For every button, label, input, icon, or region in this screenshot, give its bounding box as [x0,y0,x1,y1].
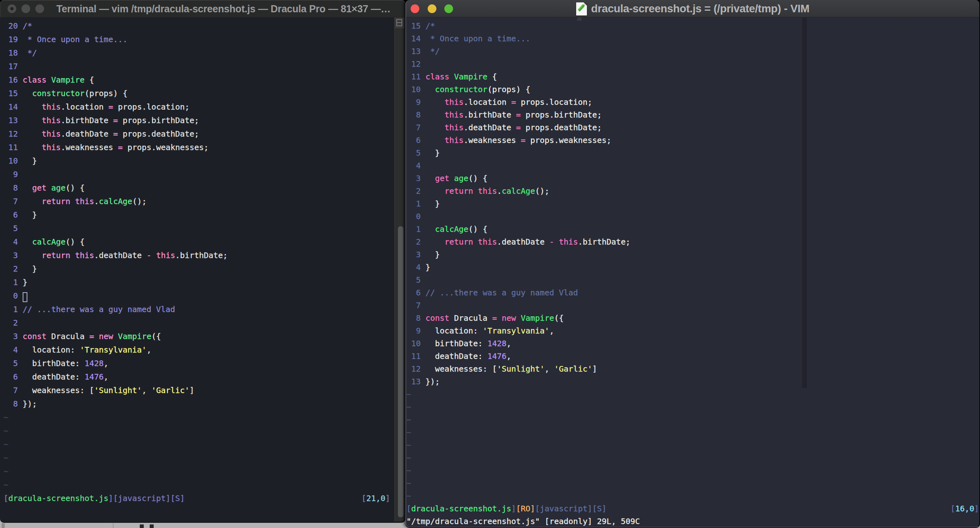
code-line: 4 [406,159,979,172]
vim-empty-line: ~ [406,401,979,413]
vim-cursor [23,292,27,302]
code-line: 2 } [4,262,405,276]
vim-status-line: [dracula-screenshot.js][javascript][S][2… [4,491,405,505]
terminal-vim-buffer[interactable]: 20 /*19 * Once upon a time...18 */17 16 … [4,19,405,518]
vim-empty-line: ~ [4,424,405,437]
code-line: 13 this.birthDate = props.birthDate; [4,114,405,127]
code-line: 6 // ...there was a guy named Vlad [406,286,979,299]
code-line: 11 deathDate: 1476, [406,350,979,362]
background-window-artifact [113,523,114,528]
code-line: 8 }); [4,397,405,410]
vim-command-line [4,505,405,518]
code-line: 8 this.birthDate = props.birthDate; [406,108,979,121]
code-line: 3 return this.deathDate - this.birthDate… [4,249,405,262]
code-line: 9 location: 'Transylvania', [406,324,979,337]
code-line: 3 } [406,248,979,261]
code-line: 1 } [4,276,405,289]
code-line: 8 get age() { [4,181,405,195]
code-line: 5 } [406,146,979,159]
background-window-artifact [140,524,144,528]
code-line: 17 [4,60,405,73]
code-line: 8 const Dracula = new Vampire({ [406,312,979,324]
code-line: 6 this.weaknesses = props.weaknesses; [406,134,979,146]
vim-empty-line: ~ [4,478,405,491]
code-line: 18 */ [4,46,405,60]
background-window-artifact [2,523,5,528]
code-line: 1 calcAge() { [406,223,979,235]
code-line: 10 constructor(props) { [406,83,979,96]
code-line: 14 * Once upon a time... [406,32,979,45]
code-line: 10 } [4,154,405,168]
vim-empty-line: ~ [406,388,979,401]
code-line: 5 [4,222,405,235]
vim-empty-line: ~ [4,451,405,464]
code-line: 1 // ...there was a guy named Vlad [4,303,405,316]
vim-empty-line: ~ [406,464,979,477]
split-pane-button[interactable] [395,17,405,29]
code-line: 0 [4,289,405,303]
code-line: 3 get age() { [406,172,979,185]
code-line: 4 } [406,261,979,274]
code-line: 20 /* [4,19,405,33]
code-line: 2 [4,316,405,330]
close-button-icon[interactable] [8,4,16,13]
code-line: 5 [406,274,979,286]
code-line: 11 class Vampire { [406,70,979,83]
code-line: 13 }); [406,375,979,388]
vim-command-line: "/tmp/dracula-screenshot.js" [readonly] … [406,515,979,528]
macvim-titlebar[interactable]: JSdracula-screenshot.js = (/private/tmp)… [406,0,979,17]
code-line: 13 */ [406,45,979,58]
terminal-scrollbar[interactable] [394,17,405,521]
vim-empty-line: ~ [4,437,405,451]
terminal-window: Terminal — vim /tmp/dracula-screenshot.j… [0,0,405,522]
code-line: 2 return this.calcAge(); [406,185,979,197]
code-line: 7 this.deathDate = props.deathDate; [406,121,979,134]
code-line: 7 [406,299,979,312]
code-line: 1 } [406,197,979,210]
code-line: 12 this.deathDate = props.deathDate; [4,127,405,141]
code-line: 6 deathDate: 1476, [4,370,405,383]
vim-empty-line: ~ [406,451,979,464]
code-line: 19 * Once upon a time... [4,33,405,46]
terminal-titlebar[interactable]: Terminal — vim /tmp/dracula-screenshot.j… [0,0,405,17]
terminal-title: Terminal — vim /tmp/dracula-screenshot.j… [56,0,405,17]
code-line: 7 return this.calcAge(); [4,195,405,208]
vim-empty-line: ~ [406,489,979,502]
code-line: 4 calcAge() { [4,235,405,249]
code-line: 14 this.location = props.location; [4,100,405,114]
split-pane-icon [396,19,402,26]
macvim-window: JSdracula-screenshot.js = (/private/tmp)… [405,0,980,527]
code-line: 12 [406,58,979,70]
code-line: 12 weaknesses: ['Sunlight', 'Garlic'] [406,362,979,375]
code-line: 0 [406,210,979,223]
code-line: 4 location: 'Transylvania', [4,343,405,356]
code-line: 10 birthDate: 1428, [406,337,979,350]
code-line: 7 weaknesses: ['Sunlight', 'Garlic'] [4,383,405,397]
code-line: 5 birthDate: 1428, [4,356,405,370]
macvim-title: JSdracula-screenshot.js = (/private/tmp)… [406,0,979,17]
vim-empty-line: ~ [406,426,979,439]
code-line: 9 [4,168,405,181]
code-line: 15 constructor(props) { [4,87,405,100]
code-line: 9 this.location = props.location; [406,96,979,108]
vim-empty-line: ~ [4,464,405,478]
vim-empty-line: ~ [406,477,979,489]
vim-status-line: [dracula-screenshot.js][RO][javascript][… [406,502,979,515]
background-window-artifact [150,524,154,528]
minimize-button-icon[interactable] [21,4,30,13]
code-line: 2 return this.deathDate - this.birthDate… [406,235,979,248]
code-line: 6 } [4,208,405,222]
macvim-vim-buffer[interactable]: 15 /*14 * Once upon a time...13 */12 11 … [406,19,979,528]
zoom-button-icon[interactable] [35,4,44,13]
code-line: 15 /* [406,19,979,32]
vim-empty-line: ~ [406,439,979,451]
js-document-icon: JS [576,2,587,15]
scrollbar-thumb[interactable] [398,226,403,517]
vim-empty-line: ~ [406,413,979,426]
code-line: 16 class Vampire { [4,73,405,87]
code-line: 3 const Dracula = new Vampire({ [4,330,405,343]
vim-empty-line: ~ [4,410,405,424]
code-line: 11 this.weaknesses = props.weaknesses; [4,141,405,154]
